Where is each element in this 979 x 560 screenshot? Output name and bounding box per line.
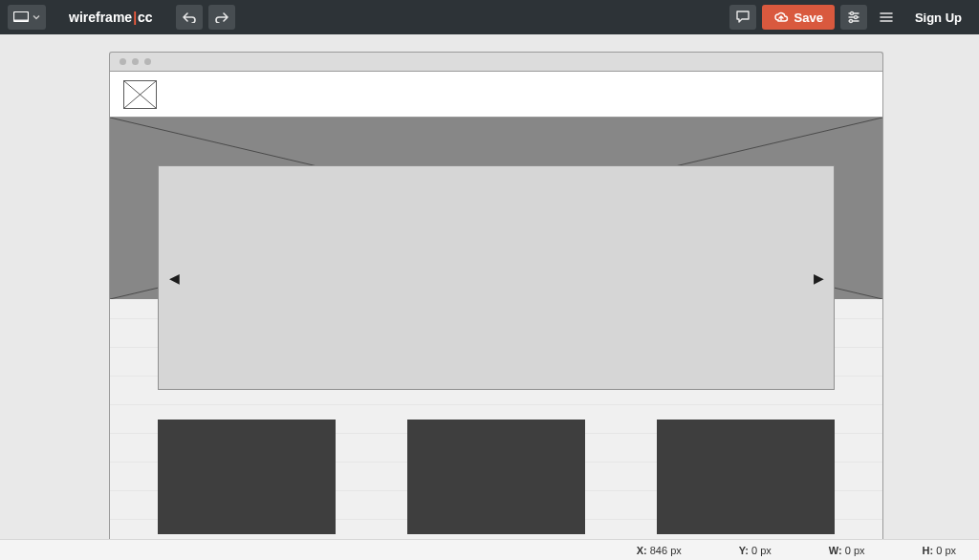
status-h-label: H: xyxy=(923,545,934,556)
brand-logo[interactable]: wireframe | cc xyxy=(69,10,153,25)
menu-button[interactable] xyxy=(873,5,900,30)
cloud-save-icon xyxy=(773,11,789,23)
hamburger-icon xyxy=(880,11,893,23)
status-w-value: 0 px xyxy=(845,545,865,556)
undo-icon xyxy=(183,11,196,23)
chevron-down-icon xyxy=(33,13,40,21)
comment-icon xyxy=(736,11,750,24)
window-dot xyxy=(144,58,151,65)
carousel-next-button[interactable]: ▶ xyxy=(811,270,826,286)
status-x-label: X: xyxy=(637,545,647,556)
status-y-label: Y: xyxy=(739,545,749,556)
svg-rect-1 xyxy=(14,20,29,22)
card-row xyxy=(158,420,835,534)
logo-placeholder[interactable] xyxy=(123,80,157,109)
carousel-prev-button[interactable]: ◀ xyxy=(166,270,182,286)
status-w: W: 0 px xyxy=(829,545,865,556)
page-header[interactable] xyxy=(110,72,882,118)
card-placeholder[interactable] xyxy=(407,420,585,534)
toolbar-right: Save Sign Up xyxy=(729,5,971,30)
settings-button[interactable] xyxy=(840,5,867,30)
device-icon xyxy=(13,11,29,23)
chevron-left-icon: ◀ xyxy=(169,270,180,286)
sliders-icon xyxy=(847,11,860,24)
carousel-placeholder[interactable]: ◀ ▶ xyxy=(158,165,835,390)
browser-titlebar[interactable] xyxy=(109,52,883,71)
status-y-value: 0 px xyxy=(751,545,772,556)
redo-button[interactable] xyxy=(208,5,235,30)
status-h-value: 0 px xyxy=(936,545,956,556)
save-button[interactable]: Save xyxy=(762,5,835,30)
status-x: X: 846 px xyxy=(637,545,682,556)
card-placeholder[interactable] xyxy=(657,420,835,534)
card-placeholder[interactable] xyxy=(158,420,336,534)
save-label: Save xyxy=(794,11,823,25)
status-w-label: W: xyxy=(829,545,842,556)
brand-text-right: cc xyxy=(138,10,153,25)
wireframe-browser-frame[interactable]: ◀ ▶ xyxy=(109,52,883,539)
svg-point-4 xyxy=(849,20,852,23)
top-toolbar: wireframe | cc Save xyxy=(0,0,979,34)
brand-text-left: wireframe xyxy=(69,10,132,25)
status-y: Y: 0 px xyxy=(739,545,772,556)
svg-point-2 xyxy=(850,12,853,15)
status-x-value: 846 px xyxy=(650,545,682,556)
status-h: H: 0 px xyxy=(923,545,956,556)
signup-label: Sign Up xyxy=(915,11,962,25)
undo-button[interactable] xyxy=(176,5,203,30)
browser-body[interactable]: ◀ ▶ xyxy=(109,71,883,539)
image-placeholder-icon xyxy=(123,80,157,109)
device-select[interactable] xyxy=(8,5,46,30)
comment-button[interactable] xyxy=(729,5,756,30)
svg-point-3 xyxy=(854,16,857,19)
redo-icon xyxy=(215,11,228,23)
window-dot xyxy=(120,58,126,65)
toolbar-left: wireframe | cc xyxy=(8,5,235,30)
window-dot xyxy=(132,58,139,65)
chevron-right-icon: ▶ xyxy=(814,270,824,286)
status-bar: X: 846 px Y: 0 px W: 0 px H: 0 px xyxy=(0,539,979,560)
signup-button[interactable]: Sign Up xyxy=(905,5,971,30)
canvas-stage[interactable]: ◀ ▶ xyxy=(0,34,979,539)
